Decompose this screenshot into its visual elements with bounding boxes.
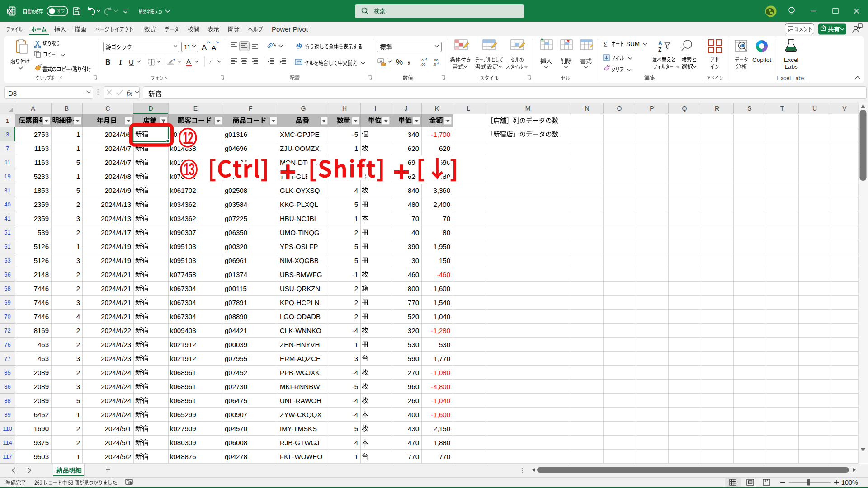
svg-text:UNL-RAWOH: UNL-RAWOH (280, 397, 321, 404)
svg-text:4: 4 (76, 313, 80, 320)
svg-text:430: 430 (408, 425, 419, 432)
svg-text:530: 530 (408, 341, 419, 348)
svg-text:1: 1 (6, 117, 9, 124)
svg-text:1,950: 1,950 (433, 243, 450, 250)
svg-text:85: 85 (4, 369, 10, 376)
svg-text:1: 1 (76, 243, 80, 250)
svg-text:UBS-BMWFG: UBS-BMWFG (280, 271, 322, 278)
svg-text:B: B (105, 58, 111, 66)
svg-text:k048876: k048876 (170, 453, 196, 460)
svg-text:C: C (105, 105, 110, 112)
svg-text:3: 3 (76, 355, 80, 362)
svg-text:Labs: Labs (784, 63, 798, 70)
svg-text:2,150: 2,150 (433, 425, 450, 432)
svg-text:70: 70 (411, 215, 419, 222)
svg-text:2: 2 (76, 271, 80, 278)
svg-text:30: 30 (411, 257, 419, 264)
svg-text:k077458: k077458 (170, 271, 196, 278)
svg-text:76: 76 (4, 341, 10, 348)
svg-text:2: 2 (354, 229, 358, 236)
svg-text:P: P (650, 105, 654, 112)
svg-text:620: 620 (408, 145, 419, 152)
svg-text:Excel Labs: Excel Labs (777, 75, 804, 81)
svg-text:g06961: g06961 (225, 257, 247, 264)
svg-text:k067304: k067304 (170, 285, 196, 292)
svg-text:g03584: g03584 (225, 201, 247, 208)
svg-text:-5: -5 (352, 131, 358, 138)
svg-text:539: 539 (38, 229, 49, 236)
svg-text:S: S (747, 105, 751, 112)
svg-text:590: 590 (408, 355, 419, 362)
svg-text:12: 12 (183, 128, 193, 147)
svg-text:2024/5/2: 2024/5/2 (105, 453, 131, 460)
svg-text:11: 11 (184, 43, 191, 51)
svg-text:4: 4 (354, 439, 358, 446)
svg-text:2024/4/19: 2024/4/19 (101, 243, 131, 250)
svg-text:HBU-NCJBL: HBU-NCJBL (280, 215, 318, 222)
svg-text:D: D (148, 105, 153, 112)
svg-text:1: 1 (354, 341, 358, 348)
svg-text:2024/4/6: 2024/4/6 (105, 131, 131, 138)
svg-text:61: 61 (4, 243, 10, 250)
svg-text:3: 3 (76, 257, 80, 264)
svg-text:Σ: Σ (603, 40, 608, 49)
svg-text:CLK-WNNKO: CLK-WNNKO (280, 327, 321, 334)
svg-text:7446: 7446 (34, 313, 49, 320)
svg-text:-1,600: -1,600 (431, 411, 450, 418)
svg-text:ZYW-CKQQX: ZYW-CKQQX (280, 411, 321, 418)
svg-text:463: 463 (38, 355, 49, 362)
svg-text:70: 70 (443, 215, 450, 222)
svg-text:I: I (375, 105, 377, 112)
svg-text:2024/4/24: 2024/4/24 (101, 411, 131, 418)
svg-text:1,880: 1,880 (433, 439, 450, 446)
svg-text:150: 150 (439, 257, 450, 264)
svg-text:2024/4/21: 2024/4/21 (101, 313, 131, 320)
svg-text:2: 2 (76, 327, 80, 334)
svg-text:2024/4/13: 2024/4/13 (101, 215, 131, 222)
svg-text:9375: 9375 (34, 439, 49, 446)
svg-text:RJB-GTWGJ: RJB-GTWGJ (280, 439, 320, 446)
svg-text:2,400: 2,400 (433, 201, 450, 208)
svg-text:5126: 5126 (34, 243, 49, 250)
svg-text:A: A (186, 57, 191, 65)
svg-text:g02508: g02508 (225, 187, 247, 194)
svg-text:19: 19 (4, 173, 10, 180)
svg-text:340: 340 (408, 131, 419, 138)
svg-text:J: J (405, 105, 408, 112)
svg-text:R: R (715, 105, 719, 112)
svg-text:2024/4/21: 2024/4/21 (101, 285, 131, 292)
svg-text:ZJU-OOMZX: ZJU-OOMZX (280, 145, 320, 152)
svg-text:11: 11 (5, 159, 11, 166)
svg-text:2024/4/13: 2024/4/13 (101, 201, 131, 208)
svg-text:4: 4 (354, 187, 358, 194)
svg-text:,: , (407, 54, 410, 66)
svg-text:N: N (585, 105, 589, 112)
svg-text:1: 1 (76, 411, 80, 418)
svg-text:2: 2 (354, 299, 358, 306)
svg-text:-4: -4 (352, 411, 358, 418)
svg-text:3: 3 (354, 355, 358, 362)
svg-text:3: 3 (76, 383, 80, 390)
svg-text:69: 69 (4, 299, 10, 306)
svg-text:51: 51 (4, 229, 10, 236)
svg-text:g00320: g00320 (225, 243, 247, 250)
svg-text:A: A (658, 40, 662, 47)
svg-text:-4: -4 (352, 327, 358, 334)
svg-text:I: I (119, 58, 122, 66)
svg-text:k021912: k021912 (170, 355, 196, 362)
svg-text:g00115: g00115 (225, 285, 247, 292)
svg-text:770: 770 (408, 299, 419, 306)
svg-text:k095103: k095103 (170, 243, 196, 250)
svg-text:k034362: k034362 (170, 215, 196, 222)
svg-text:g07225: g07225 (225, 215, 247, 222)
svg-text:41: 41 (4, 215, 10, 222)
svg-text:NIM-XQGBB: NIM-XQGBB (280, 257, 319, 264)
svg-text:1163: 1163 (34, 159, 49, 166)
svg-text:ZHN-HNYVH: ZHN-HNYVH (280, 341, 320, 348)
svg-text:-460: -460 (437, 271, 450, 278)
svg-text:2: 2 (76, 285, 80, 292)
svg-text:k068961: k068961 (170, 369, 196, 376)
svg-text:g04421: g04421 (225, 327, 247, 334)
svg-text:460: 460 (408, 271, 419, 278)
svg-text:K: K (435, 105, 439, 112)
